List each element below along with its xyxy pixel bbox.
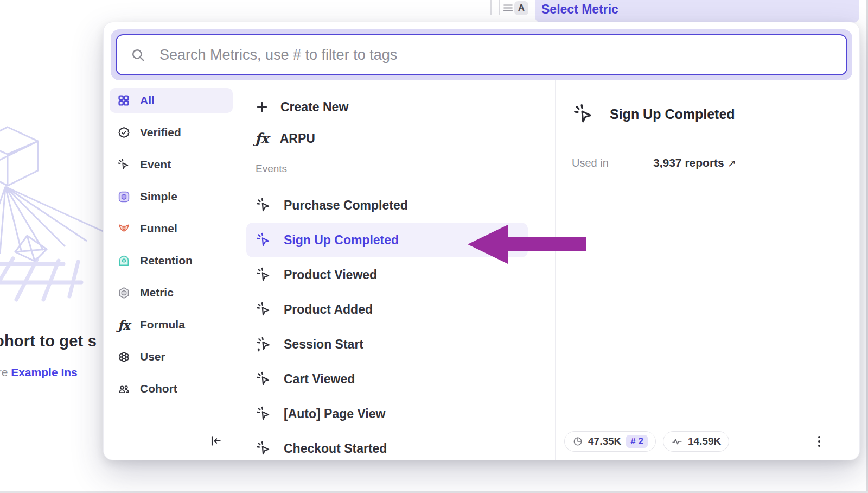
event-icon: [255, 231, 272, 249]
event-item-label: Session Start: [284, 337, 363, 352]
formula-fx-icon: ƒx: [117, 318, 131, 332]
detail-footer: 47.35K # 2 14.59K: [556, 422, 859, 460]
metric-type-list: All Verified Event: [104, 80, 239, 408]
metric-type-sidebar: All Verified Event: [104, 80, 239, 460]
dialog-body: All Verified Event: [104, 80, 859, 460]
sidebar-item-label: Simple: [140, 190, 177, 203]
detail-header: Sign Up Completed: [556, 102, 859, 126]
sidebar-item-label: Event: [140, 158, 171, 171]
sidebar-item-label: Cohort: [140, 382, 177, 395]
plus-icon: [255, 100, 269, 114]
used-in-row: Used in 3,937 reports ↗: [556, 156, 859, 169]
event-item-checkout-started[interactable]: Checkout Started: [246, 431, 528, 460]
sidebar-item-label: Metric: [140, 286, 174, 299]
create-new-button[interactable]: Create New: [246, 91, 547, 123]
sidebar-item-metric[interactable]: Metric: [110, 280, 233, 305]
decorative-wireframe-illustration: [0, 118, 104, 303]
sidebar-item-cohort[interactable]: Cohort: [110, 376, 233, 401]
sidebar-footer: [104, 421, 239, 460]
series-a-badge[interactable]: A: [514, 1, 528, 15]
search-icon: [131, 48, 145, 62]
event-cursor-icon: [117, 157, 131, 172]
sidebar-item-all[interactable]: All: [110, 88, 233, 113]
event-item-label: Sign Up Completed: [284, 233, 399, 248]
event-item-label: Checkout Started: [284, 441, 387, 456]
pie-chart-icon: [572, 436, 583, 447]
sidebar-item-formula[interactable]: ƒx Formula: [110, 312, 233, 337]
events-section-header: Events: [256, 163, 547, 177]
event-icon: [255, 197, 272, 214]
retention-icon: [117, 254, 131, 268]
sidebar-item-label: Retention: [140, 254, 193, 267]
sidebar-item-label: Formula: [140, 318, 185, 331]
sidebar-item-retention[interactable]: Retention: [110, 248, 233, 273]
drag-handle-icon[interactable]: [503, 3, 513, 12]
sidebar-item-event[interactable]: Event: [110, 152, 233, 177]
unique-count-value: 14.59K: [688, 435, 721, 447]
unique-count-pill[interactable]: 14.59K: [663, 431, 729, 452]
sidebar-item-verified[interactable]: Verified: [110, 120, 233, 145]
collapse-sidebar-icon[interactable]: [208, 434, 222, 448]
total-count-value: 47.35K: [588, 435, 621, 447]
metric-detail-panel: Sign Up Completed Used in 3,937 reports …: [556, 80, 859, 460]
event-icon: [255, 405, 272, 422]
event-item-auto-page-view[interactable]: [Auto] Page View: [246, 396, 528, 431]
simple-icon: [117, 189, 131, 204]
event-item-label: Product Added: [284, 302, 373, 317]
event-item-product-added[interactable]: Product Added: [246, 292, 528, 327]
detail-title: Sign Up Completed: [610, 106, 735, 122]
event-icon: [255, 266, 272, 283]
metric-hexagon-icon: [117, 286, 131, 300]
reports-link[interactable]: 3,937 reports: [653, 156, 724, 169]
event-item-label: Product Viewed: [284, 268, 377, 282]
sidebar-item-label: User: [140, 350, 165, 363]
total-count-pill[interactable]: 47.35K # 2: [564, 431, 656, 452]
sidebar-item-label: Funnel: [140, 222, 177, 235]
sidebar-item-simple[interactable]: Simple: [110, 184, 233, 209]
formula-item-arpu[interactable]: ƒx ARPU: [246, 123, 547, 154]
search-band: [111, 29, 852, 80]
event-icon: [572, 102, 596, 126]
select-metric-field[interactable]: Select Metric: [535, 0, 859, 23]
event-item-label: Cart Viewed: [284, 372, 355, 387]
event-icon: [255, 370, 272, 388]
event-item-cart-viewed[interactable]: Cart Viewed: [246, 362, 528, 396]
grid-icon: [117, 93, 131, 108]
report-toolbar-fragment: A Select Metric: [0, 0, 868, 23]
event-item-session-start[interactable]: Session Start: [246, 327, 528, 362]
event-item-label: [Auto] Page View: [284, 407, 385, 421]
event-star-icon: [255, 336, 272, 353]
sidebar-item-label: All: [140, 94, 155, 107]
panel-divider: [490, 0, 492, 15]
metric-list-column: Create New ƒx ARPU Events Purchase Compl…: [239, 80, 556, 460]
used-in-label: Used in: [572, 157, 653, 169]
event-item-purchase-completed[interactable]: Purchase Completed: [246, 188, 528, 223]
select-metric-label: Select Metric: [541, 2, 618, 17]
search-input-wrap[interactable]: [116, 34, 847, 75]
example-insights-link[interactable]: Example Ins: [11, 366, 78, 378]
sidebar-item-user[interactable]: User: [110, 344, 233, 369]
background-link-line: ore Example Ins: [0, 366, 78, 379]
background-link-prefix: ore: [0, 366, 11, 378]
event-icon: [255, 440, 272, 457]
sidebar-item-funnel[interactable]: Funnel: [110, 216, 233, 241]
verified-badge-icon: [117, 125, 131, 140]
user-cluster-icon: [117, 350, 131, 364]
activity-pulse-icon: [671, 435, 683, 447]
background-headline-fragment: ohort to get s: [0, 332, 97, 350]
sidebar-item-label: Verified: [140, 126, 181, 139]
annotation-arrow: [468, 225, 586, 264]
more-options-icon[interactable]: [815, 433, 824, 450]
panel-divider: [499, 0, 500, 15]
rank-badge: # 2: [626, 435, 648, 448]
create-new-label: Create New: [280, 100, 348, 115]
event-icon: [255, 301, 272, 318]
search-input[interactable]: [159, 47, 832, 64]
event-item-label: Purchase Completed: [284, 198, 408, 213]
external-link-icon: ↗: [727, 157, 736, 169]
funnel-icon: [117, 222, 131, 236]
formula-fx-icon: ƒx: [255, 131, 269, 146]
cohort-people-icon: [117, 382, 131, 396]
formula-item-label: ARPU: [280, 131, 315, 146]
